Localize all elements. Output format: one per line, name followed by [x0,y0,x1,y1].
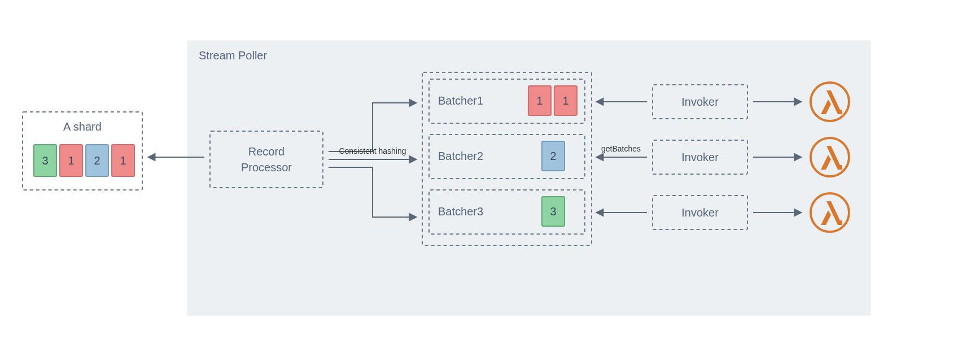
batcher-name: Batcher1 [438,94,483,107]
record-processor-line2: Processor [241,161,292,174]
shard-cell: 2 [86,145,108,176]
shard-cell: 1 [112,145,134,176]
batcher-name: Batcher3 [438,205,483,218]
batcher-name: Batcher2 [438,150,483,162]
invoker-label: Invoker [681,206,719,219]
shard-cell-value: 3 [42,154,48,167]
batcher-cell-value: 1 [536,94,542,107]
shard-cell-value: 1 [68,154,74,167]
invoker-label: Invoker [681,151,719,163]
shard-title: A shard [63,120,102,133]
shard-cell-value: 1 [120,154,126,167]
edge-label-getbatches: getBatches [601,144,641,153]
shard-box: A shard 3 1 2 1 [23,112,142,190]
batcher-cell-value: 3 [550,205,556,218]
shard-cell-value: 2 [94,154,100,167]
edge-label-consistent-hashing: Consistent hashing [339,146,406,155]
stream-poller-title: Stream Poller [199,49,267,62]
stream-poller-panel [187,41,870,315]
shard-cell: 3 [34,145,56,176]
batcher-cell-value: 1 [562,94,568,107]
batcher-cell-value: 2 [550,150,556,162]
invoker-label: Invoker [681,96,719,108]
record-processor-line1: Record [248,145,285,158]
shard-cell: 1 [60,145,82,176]
